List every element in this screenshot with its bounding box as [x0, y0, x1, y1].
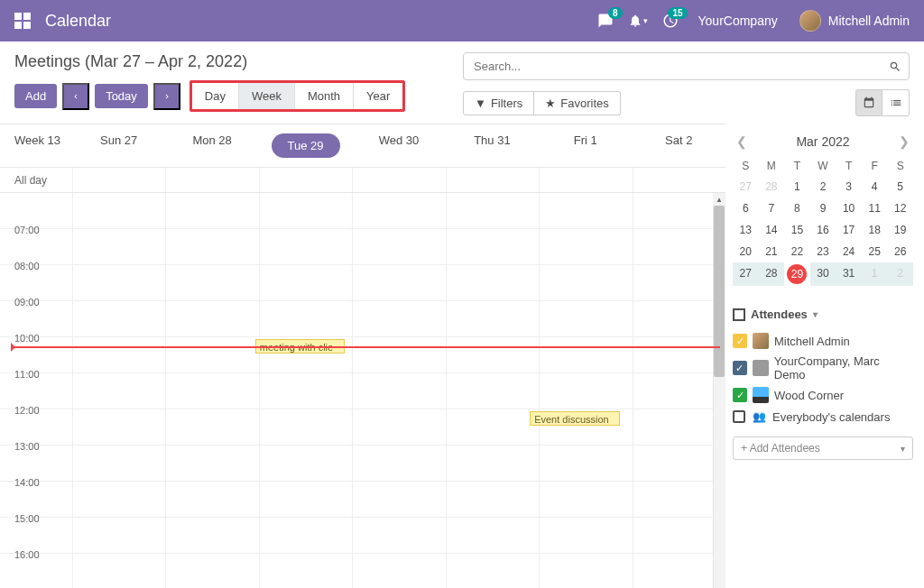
star-icon: ★: [545, 96, 556, 110]
minical-prev[interactable]: ❮: [736, 134, 747, 149]
view-month[interactable]: Month: [295, 83, 354, 109]
minical-next[interactable]: ❯: [899, 134, 910, 149]
chevron-down-icon: ▾: [813, 309, 818, 319]
activities-icon[interactable]: 15: [662, 13, 679, 29]
search-icon[interactable]: [889, 60, 901, 73]
avatar: [753, 333, 769, 349]
next-button[interactable]: [153, 83, 180, 110]
attendee-item[interactable]: 👥 Everybody's calendars: [733, 406, 913, 427]
filters-button[interactable]: ▼Filters: [463, 91, 534, 115]
topbar: Calendar 8 ▾ 15 YourCompany Mitchell Adm…: [0, 0, 924, 41]
apps-icon[interactable]: [14, 13, 31, 29]
now-indicator: [14, 346, 720, 348]
filter-icon: ▼: [475, 96, 486, 110]
sidebar: ❮ Mar 2022 ❯ S M T W T F S 27 28 1 2 3 4…: [725, 124, 924, 588]
attendees-section: Attendees ▾ ✓ Mitchell Admin ✓ YourCompa…: [733, 308, 913, 460]
check-icon[interactable]: ✓: [733, 334, 747, 348]
view-day[interactable]: Day: [192, 83, 239, 109]
attendees-title[interactable]: Attendees ▾: [733, 308, 913, 321]
chevron-down-icon: ▾: [901, 444, 905, 454]
checkbox-empty[interactable]: [733, 410, 745, 423]
app-title: Calendar: [45, 12, 111, 31]
add-attendees[interactable]: + Add Attendees ▾: [733, 436, 913, 460]
messages-badge: 8: [608, 7, 623, 19]
today-button[interactable]: Today: [95, 84, 148, 108]
scroll-up-icon[interactable]: ▲: [713, 193, 725, 206]
attendee-item[interactable]: ✓ Mitchell Admin: [733, 330, 913, 352]
search-input[interactable]: [471, 57, 889, 76]
view-year[interactable]: Year: [354, 83, 402, 109]
check-icon[interactable]: ✓: [733, 388, 747, 402]
main: Week 13 Sun 27 Mon 28 Tue 29 Wed 30 Thu …: [0, 124, 924, 588]
company-name[interactable]: YourCompany: [698, 14, 778, 28]
minical-grid: S M T W T F S 27 28 1 2 3 4 5 6 7 8 9 10…: [733, 156, 913, 286]
allday-label: All day: [0, 174, 72, 187]
day-head-fri[interactable]: Fri 1: [539, 133, 632, 158]
view-week[interactable]: Week: [239, 83, 295, 109]
allday-row: All day: [0, 168, 725, 193]
day-head-wed[interactable]: Wed 30: [352, 133, 445, 158]
page-title: Meetings (Mar 27 – Apr 2, 2022): [14, 52, 445, 71]
day-head-mon[interactable]: Mon 28: [165, 133, 258, 158]
minical-month: Mar 2022: [796, 134, 849, 149]
day-head-thu[interactable]: Thu 31: [446, 133, 539, 158]
attendee-item[interactable]: ✓ YourCompany, Marc Demo: [733, 352, 913, 384]
day-head-sun[interactable]: Sun 27: [72, 133, 165, 158]
day-head-tue[interactable]: Tue 29: [259, 133, 352, 158]
user-avatar: [799, 10, 821, 32]
event-discussion[interactable]: Event discussion: [530, 411, 619, 426]
scroll-thumb[interactable]: [714, 206, 725, 377]
day-head-sat[interactable]: Sat 2: [633, 133, 725, 158]
messages-icon[interactable]: 8: [597, 13, 614, 29]
people-icon: 👥: [751, 409, 767, 425]
bell-icon[interactable]: ▾: [628, 14, 648, 28]
prev-button[interactable]: [62, 83, 89, 110]
attendee-item[interactable]: ✓ Wood Corner: [733, 384, 913, 406]
user-menu[interactable]: Mitchell Admin: [799, 10, 910, 32]
favorites-button[interactable]: ★Favorites: [534, 91, 620, 115]
attendees-checkbox[interactable]: [733, 308, 745, 321]
week-number: Week 13: [0, 133, 72, 158]
check-icon[interactable]: ✓: [733, 361, 747, 375]
minical-today[interactable]: 29: [787, 264, 807, 284]
add-button[interactable]: Add: [14, 84, 57, 108]
toolbar: Meetings (Mar 27 – Apr 2, 2022) Add Toda…: [0, 41, 924, 124]
calendar-view-button[interactable]: [855, 89, 882, 116]
minical-header: ❮ Mar 2022 ❯: [733, 134, 913, 149]
time-grid[interactable]: 06:00 07:00 08:00 09:00 10:00 11:00 12:0…: [0, 193, 725, 588]
day-header: Week 13 Sun 27 Mon 28 Tue 29 Wed 30 Thu …: [0, 124, 725, 168]
activities-badge: 15: [668, 7, 687, 19]
search-box[interactable]: [463, 52, 910, 80]
scrollbar[interactable]: ▲: [713, 193, 725, 588]
company-icon: [753, 387, 769, 403]
avatar: [753, 360, 769, 376]
calendar: Week 13 Sun 27 Mon 28 Tue 29 Wed 30 Thu …: [0, 124, 725, 588]
user-name: Mitchell Admin: [828, 14, 910, 28]
view-switch: Day Week Month Year: [189, 80, 406, 112]
list-view-button[interactable]: [882, 89, 910, 116]
